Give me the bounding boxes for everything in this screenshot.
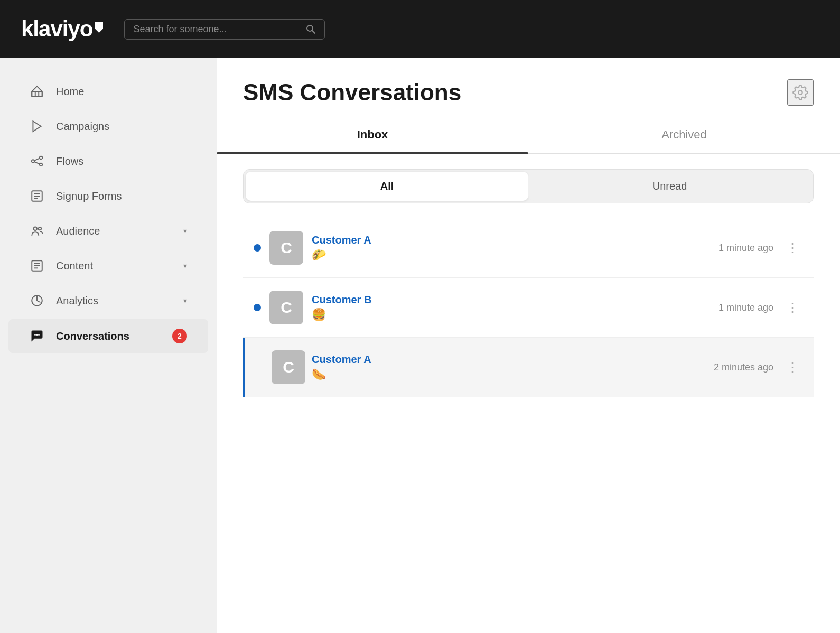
conversations-badge: 2 [172, 329, 187, 343]
sidebar-item-content-label: Content [56, 260, 172, 272]
svg-point-13 [34, 227, 38, 230]
sidebar-item-audience[interactable]: Audience ▾ [8, 215, 208, 247]
analytics-icon [30, 294, 44, 308]
svg-point-6 [40, 163, 42, 166]
search-bar[interactable] [124, 19, 325, 40]
tab-inbox[interactable]: Inbox [217, 116, 528, 153]
sidebar-item-audience-label: Audience [56, 225, 172, 237]
conversation-preview: 🌮 [312, 248, 710, 262]
svg-line-1 [312, 31, 315, 34]
page-title: SMS Conversations [243, 79, 461, 106]
avatar: C [269, 231, 303, 265]
conversation-content: Customer B 🍔 [312, 294, 710, 322]
conversation-item-3[interactable]: C Customer A 🌭 2 minutes ago ⋮ [243, 338, 814, 397]
tabs: Inbox Archived [217, 116, 840, 154]
svg-point-21 [36, 334, 38, 336]
conversation-name: Customer B [312, 294, 710, 306]
content-chevron-icon: ▾ [183, 262, 187, 270]
logo: klaviyo [21, 16, 103, 42]
unread-indicator [254, 304, 261, 311]
filter-unread-button[interactable]: Unread [528, 172, 811, 201]
svg-point-22 [38, 334, 40, 336]
svg-rect-2 [32, 91, 42, 97]
search-input[interactable] [133, 24, 300, 35]
svg-point-20 [34, 334, 36, 336]
forms-icon [30, 189, 44, 203]
filter-all-button[interactable]: All [246, 172, 528, 201]
sidebar: Home Campaigns Flows [0, 58, 217, 633]
svg-line-8 [34, 162, 40, 164]
sidebar-item-conversations-label: Conversations [56, 330, 161, 342]
conversation-item-1[interactable]: C Customer A 🌮 1 minute ago ⋮ [243, 218, 814, 278]
avatar: C [269, 291, 303, 324]
avatar: C [272, 350, 305, 384]
conversation-content: Customer A 🌮 [312, 234, 710, 262]
conversation-item-2[interactable]: C Customer B 🍔 1 minute ago ⋮ [243, 278, 814, 338]
sidebar-item-signup-forms[interactable]: Signup Forms [8, 180, 208, 212]
more-options-button[interactable]: ⋮ [782, 360, 803, 375]
filter-row: All Unread [243, 169, 814, 203]
audience-chevron-icon: ▾ [183, 227, 187, 235]
content-header: SMS Conversations [217, 58, 840, 106]
conversations-icon [30, 329, 44, 343]
more-options-button[interactable]: ⋮ [782, 240, 803, 255]
settings-button[interactable] [787, 79, 814, 106]
conversation-name: Customer A [312, 234, 710, 246]
conversation-preview: 🍔 [312, 308, 710, 322]
unread-indicator [254, 244, 261, 252]
audience-icon [30, 224, 44, 238]
sidebar-item-home[interactable]: Home [8, 75, 208, 108]
sidebar-item-home-label: Home [56, 86, 187, 98]
sidebar-item-campaigns[interactable]: Campaigns [8, 110, 208, 143]
sidebar-item-flows-label: Flows [56, 155, 187, 167]
svg-point-14 [39, 227, 41, 230]
svg-marker-3 [33, 121, 41, 132]
content-icon [30, 259, 44, 273]
svg-point-4 [32, 160, 34, 162]
analytics-chevron-icon: ▾ [183, 296, 187, 305]
sidebar-item-analytics-label: Analytics [56, 295, 172, 307]
svg-line-7 [34, 159, 40, 161]
more-options-button[interactable]: ⋮ [782, 300, 803, 315]
sidebar-item-content[interactable]: Content ▾ [8, 249, 208, 282]
conversation-list: C Customer A 🌮 1 minute ago ⋮ C Customer… [243, 218, 814, 633]
svg-point-23 [798, 90, 802, 95]
flows-icon [30, 154, 44, 168]
content-inner: All Unread C Customer A 🌮 1 minute ago ⋮ [217, 154, 840, 633]
svg-point-5 [40, 156, 42, 159]
campaigns-icon [30, 119, 44, 133]
conversation-time: 1 minute ago [718, 243, 773, 254]
tab-archived[interactable]: Archived [528, 116, 840, 153]
home-icon [30, 85, 44, 98]
sidebar-item-campaigns-label: Campaigns [56, 120, 187, 133]
conversation-time: 1 minute ago [718, 302, 773, 313]
logo-flag [95, 22, 103, 33]
sidebar-item-analytics[interactable]: Analytics ▾ [8, 284, 208, 317]
conversation-name: Customer A [312, 353, 705, 366]
content-area: SMS Conversations Inbox Archived All Unr… [217, 58, 840, 633]
search-icon [305, 24, 316, 34]
sidebar-item-conversations[interactable]: Conversations 2 [8, 319, 208, 353]
conversation-preview: 🌭 [312, 368, 705, 381]
topnav: klaviyo [0, 0, 840, 58]
main-layout: Home Campaigns Flows [0, 58, 840, 633]
conversation-content: Customer A 🌭 [312, 353, 705, 381]
sidebar-item-signup-forms-label: Signup Forms [56, 190, 187, 202]
conversation-time: 2 minutes ago [714, 362, 773, 373]
sidebar-item-flows[interactable]: Flows [8, 145, 208, 178]
